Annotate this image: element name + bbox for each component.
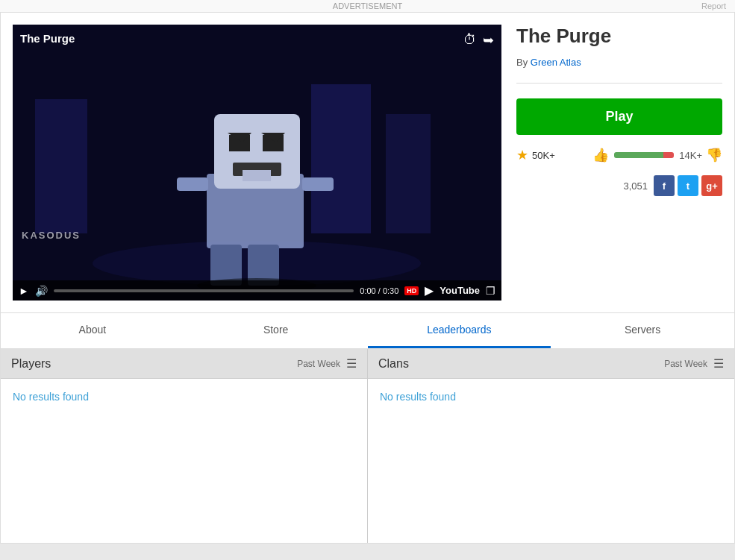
vote-bar <box>614 152 674 158</box>
players-header: Players Past Week ☰ <box>1 349 367 379</box>
divider-1 <box>516 83 722 84</box>
video-watermark: KASODUS <box>22 230 81 241</box>
votes-up-count: 14K+ <box>679 150 702 161</box>
game-card: KASODUS The Purge ⏱ ➥ ► 🔊 0:00 / 0:30 HD <box>0 12 735 313</box>
fullscreen-button[interactable]: ❐ <box>486 285 495 297</box>
votes-down-count: 3,051 <box>623 180 648 192</box>
clans-time-filter: Past Week <box>664 359 707 369</box>
stats-row: ★ 50K+ 👍 14K+ 👎 <box>516 147 722 163</box>
progress-bar[interactable] <box>54 289 354 292</box>
video-controls: ► 🔊 0:00 / 0:30 HD ▶ YouTube ❐ <box>13 280 501 301</box>
players-body: No results found <box>1 379 367 543</box>
clans-header: Clans Past Week ☰ <box>368 349 734 379</box>
tab-leaderboards[interactable]: Leaderboards <box>368 313 551 348</box>
game-title: The Purge <box>516 25 722 48</box>
clans-title: Clans <box>378 357 409 371</box>
play-pause-button[interactable]: ► <box>19 285 29 297</box>
report-link[interactable]: Report <box>701 1 726 10</box>
googleplus-button[interactable]: g+ <box>701 175 722 196</box>
svg-rect-3 <box>35 99 87 233</box>
favorites-count: 50K+ <box>532 150 555 161</box>
time-display: 0:00 / 0:30 <box>360 286 398 295</box>
facebook-button[interactable]: f <box>654 175 675 196</box>
tab-about[interactable]: About <box>1 313 184 348</box>
video-title-text: The Purge <box>20 32 75 45</box>
players-title: Players <box>11 357 51 371</box>
clans-body: No results found <box>368 379 734 543</box>
youtube-icon: ▶ <box>425 283 434 298</box>
volume-button[interactable]: 🔊 <box>35 285 48 297</box>
author-prefix: By <box>516 57 528 68</box>
clock-icon[interactable]: ⏱ <box>463 32 477 48</box>
social-icons: f t g+ <box>654 175 722 196</box>
video-wrapper: KASODUS The Purge ⏱ ➥ ► 🔊 0:00 / 0:30 HD <box>13 25 501 301</box>
video-title-overlay: The Purge <box>20 32 75 45</box>
players-no-results: No results found <box>13 391 89 403</box>
author-link[interactable]: Green Atlas <box>531 57 581 68</box>
svg-rect-14 <box>243 170 271 181</box>
tabs-section: About Store Leaderboards Servers Players… <box>0 313 735 544</box>
youtube-label: YouTube <box>440 285 480 296</box>
twitter-button[interactable]: t <box>678 175 698 196</box>
play-button[interactable]: Play <box>516 98 722 135</box>
tab-store[interactable]: Store <box>184 313 368 348</box>
thumbdown-icon[interactable]: 👎 <box>706 147 722 163</box>
svg-rect-10 <box>177 177 208 191</box>
advertisement-label: ADVERTISEMENT <box>333 1 402 10</box>
thumbup-icon[interactable]: 👍 <box>592 147 609 163</box>
share-icon[interactable]: ➥ <box>483 32 494 48</box>
clans-header-right: Past Week ☰ <box>664 356 724 371</box>
players-panel: Players Past Week ☰ No results found <box>1 349 368 543</box>
svg-rect-11 <box>302 177 334 191</box>
video-top-icons: ⏱ ➥ <box>463 32 494 48</box>
players-filter-icon[interactable]: ☰ <box>346 356 357 371</box>
votes-stat: 👍 14K+ 👎 <box>592 147 722 163</box>
tab-servers[interactable]: Servers <box>551 313 734 348</box>
advertisement-bar: ADVERTISEMENT Report <box>0 0 735 12</box>
star-icon: ★ <box>516 147 528 163</box>
favorites-stat: ★ 50K+ <box>516 147 555 163</box>
vote-bar-red <box>663 152 674 158</box>
players-header-right: Past Week ☰ <box>297 356 357 371</box>
vote-bar-green <box>614 152 663 158</box>
hd-badge: HD <box>404 286 419 295</box>
leaderboard-content: Players Past Week ☰ No results found Cla… <box>1 349 734 543</box>
video-background-svg <box>13 25 501 301</box>
svg-rect-1 <box>311 84 371 233</box>
clans-filter-icon[interactable]: ☰ <box>713 356 724 371</box>
game-info: The Purge By Green Atlas Play ★ 50K+ 👍 1… <box>516 25 722 301</box>
svg-rect-2 <box>386 114 431 233</box>
video-art: KASODUS <box>13 25 501 301</box>
video-section: KASODUS The Purge ⏱ ➥ ► 🔊 0:00 / 0:30 HD <box>13 25 501 301</box>
players-time-filter: Past Week <box>297 359 340 369</box>
tabs-bar: About Store Leaderboards Servers <box>1 313 734 349</box>
clans-panel: Clans Past Week ☰ No results found <box>368 349 734 543</box>
clans-no-results: No results found <box>380 391 456 403</box>
game-author: By Green Atlas <box>516 57 722 68</box>
